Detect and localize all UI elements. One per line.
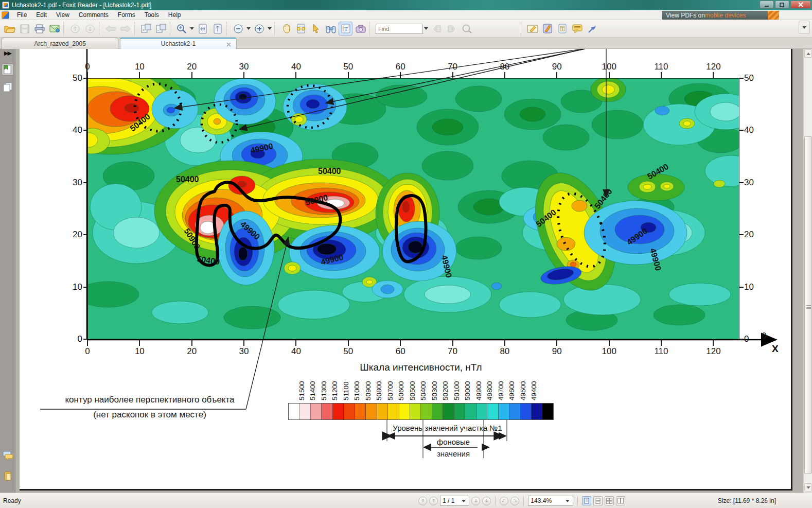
- prev-page-icon[interactable]: [429, 497, 438, 505]
- select-text-tool-button[interactable]: T: [339, 22, 352, 36]
- zoom-level-combo[interactable]: 143.4%: [528, 496, 573, 506]
- find-previous-button[interactable]: [430, 22, 444, 36]
- print-button[interactable]: [32, 22, 46, 36]
- x-tick-label-bottom: 10: [132, 346, 147, 357]
- toolbar-overflow-button[interactable]: [799, 21, 810, 34]
- arrow-tool-button[interactable]: [585, 22, 599, 36]
- scrollbar-thumb[interactable]: [804, 136, 812, 474]
- comments-panel-icon[interactable]: [2, 449, 14, 462]
- tick-mark: [739, 339, 744, 340]
- legend-title: Шкала интенсивности, нТл: [288, 362, 554, 373]
- x-tick-label-top: 30: [237, 62, 251, 72]
- legend-value: 51200: [331, 381, 339, 400]
- comment-tool-button[interactable]: [570, 22, 584, 36]
- pages-panel-icon[interactable]: [2, 81, 14, 93]
- read-mode-button[interactable]: [294, 22, 308, 36]
- foxit-reader-window: Uchastok2-1.pdf - Foxit Reader - [Uchast…: [0, 0, 812, 508]
- zoom-tool-button[interactable]: [174, 22, 188, 36]
- previous-view-icon[interactable]: [500, 497, 508, 505]
- hand-tool-button[interactable]: [279, 22, 293, 36]
- legend-color-cell: [410, 404, 421, 419]
- legend-value: 49700: [497, 381, 505, 400]
- find-caret[interactable]: [424, 27, 428, 30]
- bookmarks-panel-icon[interactable]: [2, 63, 14, 76]
- highlight-tool-button[interactable]: [540, 22, 554, 36]
- next-view-icon[interactable]: [510, 497, 519, 505]
- menu-view[interactable]: View: [51, 10, 74, 20]
- menu-forms[interactable]: Forms: [113, 10, 140, 20]
- typewriter-tool-button[interactable]: T: [555, 22, 569, 36]
- next-view-button[interactable]: [118, 22, 132, 36]
- mobile-promo-banner[interactable]: View PDFs on mobile devices: [662, 11, 768, 20]
- legend-value: 50300: [431, 381, 438, 400]
- x-tick-label-bottom: 120: [706, 346, 720, 357]
- zoom-tool-caret[interactable]: [190, 27, 194, 30]
- find-next-button[interactable]: [445, 22, 458, 36]
- search-binoculars-button[interactable]: [324, 22, 338, 36]
- status-ready: Ready: [3, 497, 21, 504]
- menu-edit[interactable]: Edit: [31, 10, 51, 20]
- clipboard-pages-button[interactable]: -: [154, 22, 168, 36]
- tab-uchastok2-1[interactable]: Uchastok2-1: [120, 38, 237, 49]
- tab-arch-razved-2005[interactable]: Arch_razved_2005: [2, 38, 118, 49]
- zoom-out-caret[interactable]: [246, 27, 251, 30]
- continuous-facing-layout-button[interactable]: [616, 496, 625, 505]
- last-page-icon[interactable]: [482, 497, 491, 505]
- previous-view-button[interactable]: [103, 22, 117, 36]
- first-page-icon[interactable]: [418, 497, 427, 505]
- next-page-icon[interactable]: [471, 497, 480, 505]
- vertical-scrollbar[interactable]: [803, 49, 812, 493]
- tick-mark: [243, 340, 244, 346]
- tick-mark: [452, 72, 453, 78]
- bracket2-line1: фоновые: [423, 437, 484, 446]
- y-tick-label-left: 10: [65, 282, 82, 292]
- note-tool-button[interactable]: [525, 22, 539, 36]
- zoom-out-button[interactable]: [231, 22, 245, 36]
- tab-close-icon[interactable]: [226, 41, 231, 48]
- tick-mark: [739, 234, 744, 235]
- menu-file[interactable]: File: [12, 10, 31, 20]
- restore-button[interactable]: [775, 1, 789, 9]
- last-page-button[interactable]: [83, 22, 97, 36]
- menu-help[interactable]: Help: [164, 10, 186, 20]
- tick-mark: [191, 72, 192, 78]
- zoom-in-caret[interactable]: [268, 27, 272, 30]
- close-button[interactable]: [790, 1, 811, 9]
- open-button[interactable]: [3, 22, 16, 36]
- y-tick-label-right: 30: [744, 178, 754, 188]
- attachments-panel-icon[interactable]: [2, 470, 14, 482]
- panel-collapse-icon[interactable]: ▶▶: [4, 50, 11, 57]
- fit-page-button[interactable]: [196, 22, 209, 36]
- app-icon: [2, 2, 9, 9]
- zoom-in-button[interactable]: [252, 22, 266, 36]
- x-tick-label-bottom: 100: [602, 346, 616, 357]
- save-button[interactable]: [17, 22, 31, 36]
- pdf-page[interactable]: 5040049900504005040050900509005040049900…: [20, 49, 792, 491]
- legend-value: 50400: [419, 381, 427, 400]
- continuous-layout-button[interactable]: [593, 496, 603, 505]
- select-annotation-button[interactable]: [309, 22, 323, 36]
- document-icon[interactable]: [2, 11, 9, 19]
- tick-mark: [295, 72, 296, 78]
- menu-tools[interactable]: Tools: [140, 10, 164, 20]
- tick-mark: [191, 340, 192, 346]
- menu-comments[interactable]: Comments: [74, 10, 113, 20]
- minimize-button[interactable]: [760, 1, 774, 9]
- legend-value: 50100: [453, 381, 461, 400]
- email-button[interactable]: [47, 22, 61, 36]
- facing-layout-button[interactable]: [605, 496, 614, 505]
- fit-width-button[interactable]: [210, 22, 224, 36]
- snapshot-pages-button[interactable]: +: [139, 22, 153, 36]
- snapshot-camera-button[interactable]: [354, 22, 367, 36]
- scroll-up-button[interactable]: [804, 49, 812, 58]
- scroll-down-button[interactable]: [804, 483, 812, 492]
- find-input[interactable]: [376, 24, 423, 34]
- tick-mark: [83, 339, 87, 340]
- full-search-button[interactable]: [460, 22, 473, 36]
- page-number-combo[interactable]: 1 / 1: [440, 496, 469, 506]
- legend-color-cell: [366, 404, 377, 419]
- legend-value: 49900: [475, 381, 483, 400]
- x-tick-label-top: 50: [341, 62, 356, 72]
- first-page-button[interactable]: [68, 22, 82, 36]
- single-page-layout-button[interactable]: [582, 496, 591, 505]
